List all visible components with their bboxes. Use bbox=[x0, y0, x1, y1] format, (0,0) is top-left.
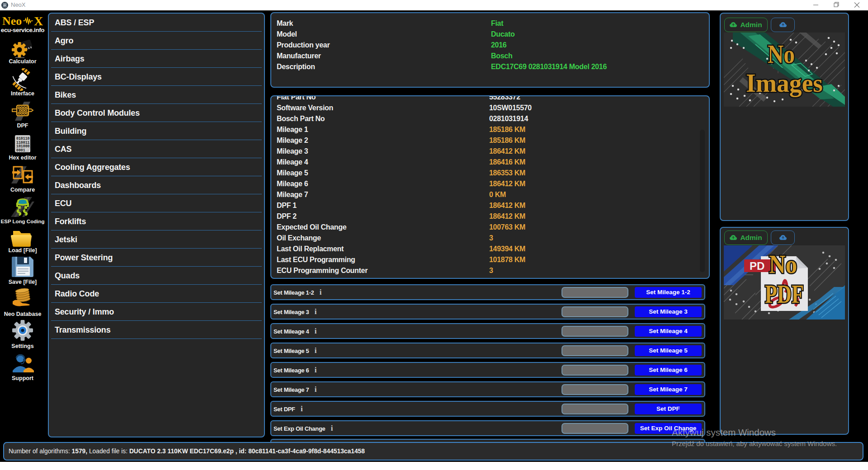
svg-text:0001: 0001 bbox=[16, 148, 25, 152]
svg-text:Images: Images bbox=[746, 68, 823, 98]
svg-text:PDF: PDF bbox=[765, 280, 804, 308]
svg-text:PD: PD bbox=[750, 260, 764, 272]
svg-text:No: No bbox=[769, 249, 797, 279]
svg-text:X: X bbox=[34, 15, 43, 27]
svg-text:No: No bbox=[768, 39, 795, 69]
svg-text:Neo: Neo bbox=[2, 15, 22, 27]
